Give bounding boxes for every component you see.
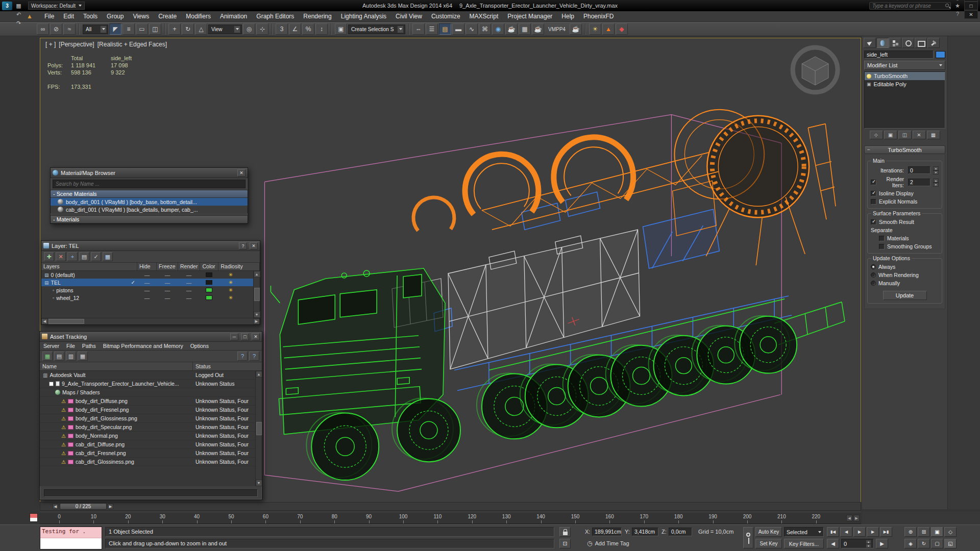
details-view-icon[interactable]: ▦ <box>78 352 88 361</box>
menu-modifiers[interactable]: Modifiers <box>181 11 215 21</box>
object-color-swatch[interactable] <box>936 51 945 58</box>
stack-item-editable-poly[interactable]: ▣Editable Poly <box>865 80 945 88</box>
radiosity-icon[interactable]: ✳ <box>218 280 243 285</box>
viewport-menu-shading[interactable]: [Realistic + Edged Faces] <box>97 41 167 48</box>
modifier-enabled-bulb-icon[interactable] <box>867 74 871 79</box>
scroll-left-icon[interactable]: ◀ <box>41 318 48 324</box>
minimize-icon[interactable]: ─ <box>230 333 238 340</box>
menu-customize[interactable]: Customize <box>427 11 465 21</box>
layer-row-0-default[interactable]: ▤0 (default)———✳ <box>41 271 253 279</box>
current-frame-field[interactable]: 0 ▲▼ <box>841 539 874 548</box>
asset-menu-server[interactable]: Server <box>40 342 63 349</box>
window-crossing-icon[interactable]: ◫ <box>149 23 161 35</box>
remove-modifier-icon[interactable]: ✕ <box>913 131 926 139</box>
y-coordinate-field[interactable]: 3,418cm <box>632 528 658 536</box>
track-bar[interactable]: 0102030405060708090100110120130140150160… <box>40 512 861 524</box>
zoom-extents-icon[interactable]: ▣ <box>931 527 943 537</box>
delete-layer-icon[interactable]: ✕ <box>56 252 66 261</box>
save-file-icon[interactable]: ▦ <box>14 2 23 10</box>
mini-listener-toggle-icon[interactable] <box>30 513 38 522</box>
selection-lock-toggle[interactable] <box>559 527 571 537</box>
asset-menu-options[interactable]: Options <box>187 342 212 349</box>
material-map-browser-window[interactable]: Material/Map Browser ✕ - Scene Materials… <box>50 167 248 224</box>
viewport-menu-pov[interactable]: [Perspective] <box>59 41 94 48</box>
percent-snap-icon[interactable]: % <box>302 23 314 35</box>
frame-spinner[interactable]: ▲▼ <box>866 540 871 547</box>
layer-color-swatch[interactable] <box>206 295 212 300</box>
search-icon[interactable] <box>945 4 949 7</box>
previous-frame-button[interactable]: ◀ <box>840 527 852 537</box>
previous-frame-arrow-icon[interactable]: ◀ <box>53 504 58 509</box>
set-key-mode-button[interactable] <box>743 527 753 548</box>
menu-group[interactable]: Group <box>102 11 128 21</box>
freeze-toggle[interactable]: — <box>157 280 178 286</box>
scrollbar-thumb[interactable] <box>256 422 262 435</box>
menu-help[interactable]: Help <box>557 11 579 21</box>
phoenix-fd-sim-icon[interactable]: ◆ <box>616 23 628 35</box>
viewport-menu-general[interactable]: [ + ] <box>45 41 56 48</box>
zoom-icon[interactable]: ⊕ <box>904 527 917 537</box>
menu-create[interactable]: Create <box>154 11 181 21</box>
materials-header[interactable]: - Materials <box>51 215 248 223</box>
scroll-down-icon[interactable]: ▼ <box>256 480 262 486</box>
hide-toggle[interactable]: — <box>137 272 157 278</box>
angle-snap-icon[interactable]: ∠ <box>289 23 301 35</box>
scroll-down-icon[interactable]: ▼ <box>254 311 260 318</box>
auto-key-button[interactable]: Auto Key <box>755 527 782 537</box>
asset-checkbox[interactable] <box>49 382 54 386</box>
render-production-icon[interactable]: ☕ <box>532 23 544 35</box>
asset-menu-file[interactable]: File <box>63 342 79 349</box>
scrollbar-thumb[interactable] <box>254 288 260 301</box>
manually-radio[interactable] <box>871 281 876 286</box>
selection-region-icon[interactable]: ▭ <box>136 23 148 35</box>
maximize-viewport-icon[interactable]: ◱ <box>944 539 957 548</box>
snap-toggle-3d-icon[interactable]: 3 <box>276 23 288 35</box>
menu-civil-view[interactable]: Civil View <box>391 11 427 21</box>
explicit-normals-checkbox[interactable] <box>871 199 876 205</box>
object-name-field[interactable]: side_left <box>864 51 934 59</box>
select-and-move-icon[interactable]: + <box>168 23 181 35</box>
phoenix-fd-fire-icon[interactable]: ▲ <box>602 23 615 35</box>
layer-column-layers[interactable]: Layers <box>41 263 137 270</box>
workspace-dropdown[interactable]: Workspace: Default <box>28 2 85 10</box>
render-iters-checkbox[interactable] <box>871 180 876 185</box>
macro-recorder-line[interactable]: Testing for . <box>40 527 102 538</box>
rollout-turbosmooth-header[interactable]: − TurboSmooth <box>864 145 945 154</box>
time-slider-handle[interactable]: 0 / 225 <box>60 503 107 510</box>
layer-color-swatch[interactable] <box>206 288 212 292</box>
select-layer-objects-icon[interactable]: ▤ <box>79 252 89 261</box>
asset-row-autodesk-vault[interactable]: ▥Autodesk VaultLogged Out <box>40 371 255 380</box>
configure-modifier-sets-icon[interactable]: ▦ <box>927 131 940 139</box>
render-toggle[interactable]: — <box>178 272 200 278</box>
asset-row-body-dirt-specular-png[interactable]: ⚠body_dirt_Specular.pngUnknown Status, F… <box>40 423 255 432</box>
panel-tab-motion[interactable] <box>902 38 914 48</box>
menu-phoenixfd[interactable]: PhoenixFD <box>579 11 618 21</box>
scroll-right-icon[interactable]: ▶ <box>253 318 260 324</box>
smooth-result-checkbox[interactable] <box>871 219 876 225</box>
schematic-view-icon[interactable]: ⌘ <box>479 23 491 35</box>
selection-filter-dropdown[interactable]: All <box>83 24 108 34</box>
time-slider[interactable]: ◀ 0 / 225 ▶ <box>40 502 861 511</box>
layer-column-hide[interactable]: Hide <box>137 263 157 270</box>
select-and-manipulate-icon[interactable]: ⊹ <box>256 23 268 35</box>
when-rendering-radio[interactable] <box>871 272 876 278</box>
horizontal-scrollbar[interactable]: ◀ ▶ <box>41 318 260 324</box>
go-to-start-button[interactable]: ▮◀ <box>827 527 839 537</box>
freeze-toggle[interactable]: — <box>157 272 178 278</box>
render-iters-spinner[interactable]: ▲▼ <box>933 179 939 186</box>
edit-named-selection-sets-icon[interactable]: ▣ <box>335 23 347 35</box>
scroll-up-icon[interactable]: ▲ <box>256 371 262 378</box>
scene-materials-header[interactable]: - Scene Materials <box>51 190 248 198</box>
refresh-status-icon[interactable]: ▦ <box>42 352 53 361</box>
maximize-button[interactable]: □ <box>964 2 978 10</box>
next-frame-arrow-icon[interactable]: ▶ <box>108 504 113 509</box>
asset-row-body-dirt-glossiness-png[interactable]: ⚠body_dirt_Glossiness.pngUnknown Status,… <box>40 414 255 423</box>
menu-rendering[interactable]: Rendering <box>299 11 336 21</box>
viewcube[interactable] <box>793 47 838 92</box>
layer-column-freeze[interactable]: Freeze <box>157 263 178 270</box>
favorites-star-icon[interactable]: ★ <box>953 2 962 10</box>
use-pivot-point-icon[interactable]: ◎ <box>243 23 255 35</box>
materials-checkbox[interactable] <box>879 236 885 241</box>
maximize-icon[interactable]: □ <box>241 333 249 340</box>
context-help-icon[interactable]: ? <box>249 352 259 361</box>
